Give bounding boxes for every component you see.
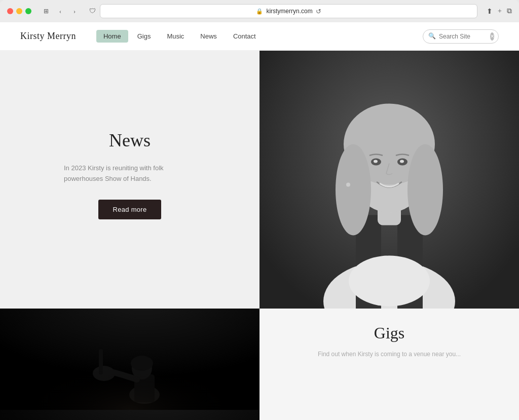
- main-grid: News In 2023 Kirsty is reuniting with fo…: [0, 51, 519, 420]
- nav-news[interactable]: News: [193, 30, 224, 43]
- news-section: News In 2023 Kirsty is reuniting with fo…: [0, 51, 260, 309]
- maximize-button[interactable]: [25, 8, 31, 14]
- svg-point-15: [346, 183, 350, 187]
- url-text: kirstymerryn.com: [266, 8, 312, 15]
- reload-icon[interactable]: ↺: [316, 8, 321, 15]
- concert-inner: [0, 309, 260, 420]
- back-button[interactable]: ‹: [55, 6, 66, 17]
- gigs-section: Gigs Find out when Kirsty is coming to a…: [260, 309, 519, 420]
- search-input[interactable]: [439, 33, 487, 40]
- site-nav: Kirsty Merryn Home Gigs Music News Conta…: [0, 22, 519, 51]
- svg-point-8: [336, 144, 371, 236]
- browser-titlebar: ⊞ ‹ › 🛡 🔒 kirstymerryn.com ↺ ⬆ + ⧉: [0, 0, 519, 22]
- search-icon: 🔍: [428, 32, 436, 40]
- news-body: In 2023 Kirsty is reuniting with folk po…: [64, 163, 196, 184]
- read-more-button[interactable]: Read more: [98, 200, 161, 219]
- nav-music[interactable]: Music: [160, 30, 191, 43]
- nav-contact[interactable]: Contact: [226, 30, 263, 43]
- address-bar-area: 🛡 🔒 kirstymerryn.com ↺: [89, 4, 477, 18]
- website: Kirsty Merryn Home Gigs Music News Conta…: [0, 22, 519, 420]
- portrait-image: [260, 51, 519, 309]
- traffic-lights: [7, 8, 31, 14]
- address-bar[interactable]: 🔒 kirstymerryn.com ↺: [100, 4, 477, 18]
- sidebar-toggle-icon[interactable]: ⊞: [41, 6, 52, 17]
- new-tab-icon[interactable]: +: [498, 7, 502, 15]
- svg-point-9: [407, 144, 443, 236]
- nav-gigs[interactable]: Gigs: [130, 30, 158, 43]
- concert-image: [0, 309, 260, 410]
- browser-chrome: ⊞ ‹ › 🛡 🔒 kirstymerryn.com ↺ ⬆ + ⧉: [0, 0, 519, 22]
- lock-icon: 🔒: [256, 8, 263, 15]
- photo-section: [260, 51, 519, 309]
- svg-point-12: [374, 160, 378, 163]
- site-logo[interactable]: Kirsty Merryn: [20, 31, 76, 42]
- minimize-button[interactable]: [16, 8, 22, 14]
- nav-home[interactable]: Home: [96, 30, 128, 43]
- windows-icon[interactable]: ⧉: [507, 7, 512, 15]
- news-title: News: [109, 130, 151, 151]
- browser-toolbar-right: ⬆ + ⧉: [487, 7, 512, 16]
- close-button[interactable]: [7, 8, 13, 14]
- shield-icon: 🛡: [89, 7, 96, 15]
- svg-point-13: [400, 160, 404, 163]
- nav-links: Home Gigs Music News Contact: [96, 30, 423, 43]
- browser-controls: ⊞ ‹ ›: [41, 6, 80, 17]
- search-clear-icon[interactable]: ✕: [490, 32, 494, 41]
- share-icon[interactable]: ⬆: [487, 7, 493, 16]
- gigs-subtitle: Find out when Kirsty is coming to a venu…: [318, 350, 461, 359]
- search-bar[interactable]: 🔍 ✕: [423, 29, 499, 44]
- concert-section: [0, 309, 260, 420]
- svg-rect-24: [0, 309, 260, 410]
- gigs-title: Gigs: [374, 324, 404, 342]
- svg-point-14: [349, 256, 430, 307]
- forward-button[interactable]: ›: [69, 6, 80, 17]
